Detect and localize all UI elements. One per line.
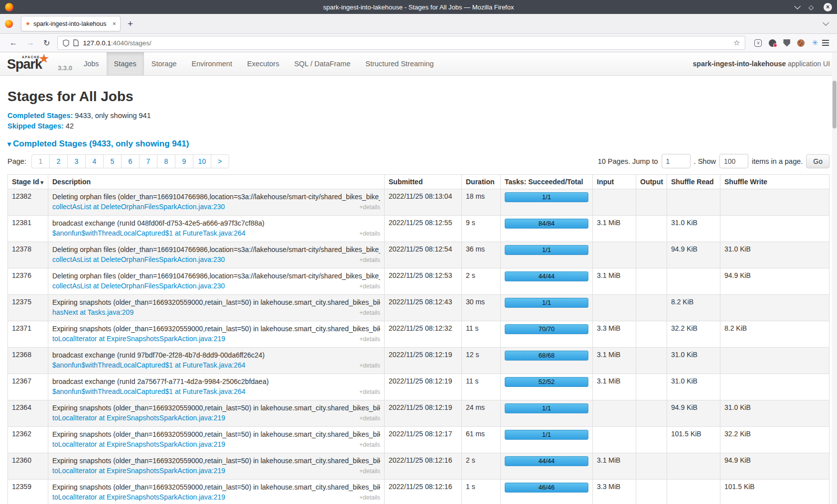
stage-id: 12367	[8, 374, 48, 400]
stage-detail-link[interactable]: collectAsList at DeleteOrphanFilesSparkA…	[52, 281, 225, 291]
stage-detail-link[interactable]: collectAsList at DeleteOrphanFilesSparkA…	[52, 254, 225, 264]
page-button-4[interactable]: 4	[85, 154, 104, 168]
details-toggle[interactable]: +details	[359, 255, 380, 265]
shuffle-read-size	[667, 189, 720, 216]
next-page-button[interactable]: >	[211, 154, 229, 168]
column-header-output[interactable]: Output	[636, 175, 667, 189]
shield-permissions-icon[interactable]	[63, 39, 69, 47]
page-button-2[interactable]: 2	[49, 154, 68, 168]
stage-detail-link[interactable]: toLocalIterator at ExpireSnapshotsSparkA…	[52, 492, 225, 502]
jump-to-page-input[interactable]	[662, 154, 691, 168]
list-tabs-chevron-icon[interactable]	[823, 19, 829, 26]
stages-table: Stage Id ▾DescriptionSubmittedDurationTa…	[7, 174, 830, 504]
tab-close-icon[interactable]: ×	[112, 20, 116, 27]
column-header-shuffle-read[interactable]: Shuffle Read	[667, 175, 720, 189]
completed-stages-link[interactable]: Completed Stages:	[7, 112, 73, 120]
url-text[interactable]: 127.0.0.1:4040/stages/	[83, 39, 729, 47]
column-header-submitted[interactable]: Submitted	[385, 175, 462, 189]
pagination-row: Page: 12345678910> 10 Pages. Jump to . S…	[7, 154, 830, 168]
stage-detail-link[interactable]: toLocalIterator at ExpireSnapshotsSparkA…	[52, 439, 225, 449]
column-header-tasks-succeeded-total[interactable]: Tasks: Succeeded/Total	[501, 175, 593, 189]
details-toggle[interactable]: +details	[359, 229, 380, 239]
url-bar[interactable]: 127.0.0.1:4040/stages/ ☆	[57, 36, 745, 50]
details-toggle[interactable]: +details	[359, 493, 380, 503]
details-toggle[interactable]: +details	[359, 361, 380, 371]
column-header-shuffle-write[interactable]: Shuffle Write	[720, 175, 830, 189]
back-button[interactable]: ←	[5, 38, 22, 47]
page-button-10[interactable]: 10	[193, 154, 211, 168]
items-per-page-input[interactable]	[719, 154, 748, 168]
extension-cookie-icon[interactable]	[797, 39, 805, 47]
input-size: 3.1 MiB	[593, 268, 636, 295]
stage-detail-link[interactable]: toLocalIterator at ExpireSnapshotsSparkA…	[52, 466, 225, 476]
skipped-stages-link[interactable]: Skipped Stages:	[7, 122, 64, 130]
details-toggle[interactable]: +details	[359, 202, 380, 212]
stage-detail-link[interactable]: toLocalIterator at ExpireSnapshotsSparkA…	[52, 334, 225, 344]
submitted-time: 2022/11/25 08:12:43	[385, 295, 462, 321]
nav-tab-stages[interactable]: Stages	[107, 52, 144, 75]
details-toggle[interactable]: +details	[359, 281, 380, 291]
page-info-icon[interactable]	[73, 39, 79, 46]
firefox-view-icon[interactable]	[5, 20, 13, 28]
stage-detail-link[interactable]: $anonfun$withThreadLocalCaptured$1 at Fu…	[52, 360, 246, 370]
details-toggle[interactable]: +details	[359, 334, 380, 344]
new-tab-button[interactable]: +	[128, 18, 133, 29]
extension-pocket-icon[interactable]: ∨	[754, 39, 762, 47]
details-toggle[interactable]: +details	[359, 466, 380, 476]
shuffle-read-size: 101.5 KiB	[667, 427, 720, 453]
extension-privacy-icon[interactable]	[769, 39, 776, 47]
extension-ublock-icon[interactable]	[783, 39, 790, 47]
page-button-5[interactable]: 5	[103, 154, 122, 168]
extension-asterisk-icon[interactable]: ✳	[812, 38, 818, 47]
go-button[interactable]: Go	[806, 154, 830, 168]
column-header-stage-id[interactable]: Stage Id ▾	[8, 175, 48, 189]
description-text: Expiring snapshots (older_than=166932055…	[52, 430, 380, 439]
forward-button[interactable]: →	[22, 38, 39, 47]
stage-detail-link[interactable]: toLocalIterator at ExpireSnapshotsSparkA…	[52, 413, 225, 423]
spark-logo[interactable]: APACHE Spark ★	[7, 52, 57, 76]
collapse-arrow-icon[interactable]: ▾	[7, 140, 11, 148]
table-row: 12360Expiring snapshots (older_than=1669…	[8, 453, 830, 480]
table-row: 12375Expiring snapshots (older_than=1669…	[8, 295, 830, 321]
menu-hamburger-icon[interactable]	[822, 42, 829, 43]
column-header-description[interactable]: Description	[48, 175, 385, 189]
column-header-duration[interactable]: Duration	[462, 175, 501, 189]
nav-tab-sql-dataframe[interactable]: SQL / DataFrame	[286, 52, 358, 75]
scrollbar-thumb[interactable]	[833, 81, 837, 128]
nav-tab-executors[interactable]: Executors	[240, 52, 286, 75]
page-scrollbar[interactable]	[832, 53, 837, 504]
firefox-logo-icon	[5, 3, 13, 11]
stage-detail-link[interactable]: $anonfun$withThreadLocalCaptured$1 at Fu…	[52, 228, 246, 238]
page-button-3[interactable]: 3	[67, 154, 86, 168]
stage-description: Expiring snapshots (older_than=166932055…	[48, 453, 385, 480]
details-toggle[interactable]: +details	[359, 413, 380, 423]
stage-detail-link[interactable]: hasNext at Tasks.java:209	[52, 307, 134, 317]
column-header-input[interactable]: Input	[593, 175, 636, 189]
page-button-7[interactable]: 7	[139, 154, 157, 168]
page-button-1[interactable]: 1	[31, 154, 50, 168]
window-maximize-icon[interactable]: ◇	[809, 4, 814, 10]
stage-detail-link[interactable]: collectAsList at DeleteOrphanFilesSparkA…	[52, 202, 225, 212]
reload-button[interactable]: ↻	[39, 38, 54, 48]
page-button-9[interactable]: 9	[175, 154, 193, 168]
page-label: Page:	[7, 157, 26, 165]
page-button-8[interactable]: 8	[157, 154, 175, 168]
nav-tab-storage[interactable]: Storage	[144, 52, 184, 75]
nav-tab-jobs[interactable]: Jobs	[76, 52, 107, 75]
page-button-6[interactable]: 6	[121, 154, 140, 168]
nav-tab-structured-streaming[interactable]: Structured Streaming	[358, 52, 441, 75]
details-toggle[interactable]: +details	[359, 440, 380, 450]
details-toggle[interactable]: +details	[359, 308, 380, 318]
bookmark-star-icon[interactable]: ☆	[733, 38, 740, 47]
completed-stages-section-header[interactable]: ▾Completed Stages (9433, only showing 94…	[7, 139, 830, 149]
browser-tab[interactable]: ★ spark-ingest-into-lakehous ×	[21, 16, 121, 31]
stage-detail-link[interactable]: $anonfun$withThreadLocalCaptured$1 at Fu…	[52, 386, 246, 396]
table-row: 12382Deleting orphan files (older_than=1…	[8, 189, 830, 216]
details-toggle[interactable]: +details	[359, 387, 380, 397]
window-minimize-icon[interactable]	[794, 3, 801, 9]
stage-id: 12382	[8, 189, 48, 216]
submitted-time: 2022/11/25 08:12:19	[385, 374, 462, 400]
nav-tab-environment[interactable]: Environment	[184, 52, 240, 75]
duration: 1 s	[462, 480, 501, 504]
window-close-icon[interactable]: ×	[824, 3, 832, 11]
